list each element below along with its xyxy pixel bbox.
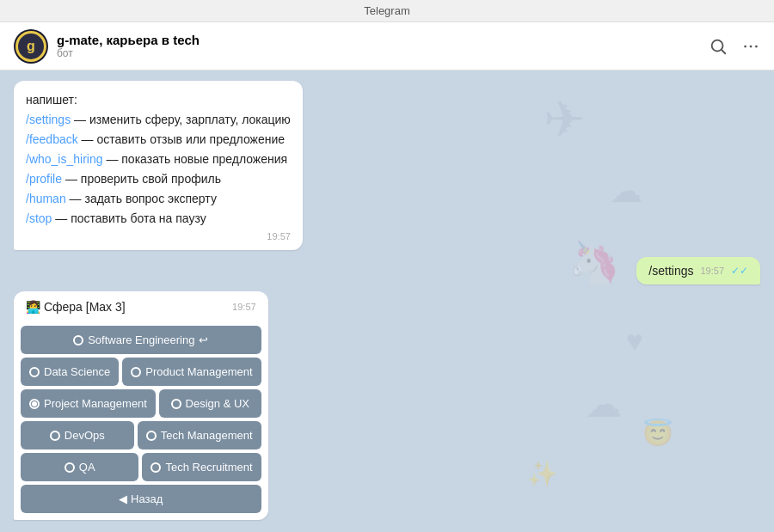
project-management-radio (29, 399, 40, 409)
svg-line-1 (722, 50, 725, 53)
feedback-link[interactable]: /feedback (26, 132, 78, 146)
qa-radio (64, 462, 75, 473)
cmd-settings: /settings — изменить сферу, зарплату, ло… (26, 111, 291, 129)
bot-message-commands: напишет: /settings — изменить сферу, зар… (14, 81, 303, 250)
user-message-text: /settings (648, 264, 693, 278)
back-row: ◀ Назад (21, 485, 261, 513)
bot-subtitle: бот (57, 47, 709, 59)
qa-label: QA (79, 461, 95, 474)
product-management-button[interactable]: Product Management (122, 358, 261, 386)
cmd-stop: /stop — поставить бота на паузу (26, 210, 291, 228)
back-button[interactable]: ◀ Назад (21, 485, 261, 513)
user-message-settings: /settings 19:57 ✓✓ (636, 257, 760, 284)
row-project-design: Project Management Design & UX (21, 389, 261, 418)
devops-button[interactable]: DevOps (21, 421, 134, 449)
bot-info: g-mate, карьера в tech бот (57, 33, 709, 59)
stop-link[interactable]: /stop (26, 211, 52, 225)
data-science-radio (29, 367, 40, 377)
bot-message-timestamp: 19:57 (26, 231, 291, 242)
devops-label: DevOps (64, 429, 105, 442)
app-title: Telegram (364, 4, 409, 17)
software-engineering-label: Software Engineering (88, 333, 194, 346)
svg-point-4 (755, 45, 758, 47)
cmd-feedback: /feedback — оставить отзыв или предложен… (26, 131, 291, 149)
row-data-product: Data Science Product Management (21, 358, 261, 386)
design-ux-button[interactable]: Design & UX (159, 389, 261, 418)
design-ux-label: Design & UX (186, 397, 249, 410)
user-message-timestamp: 19:57 (700, 266, 724, 276)
row-qa-recruitment: QA Tech Recruitment (21, 453, 261, 481)
cmd-who-is-hiring: /who_is_hiring — показать новые предложе… (26, 150, 291, 168)
data-science-label: Data Science (44, 365, 110, 378)
software-engineering-radio (73, 335, 83, 345)
arrow-icon: ↩ (199, 333, 208, 346)
sphere-header-title: 👩‍💻 Сфера [Max 3] (26, 300, 126, 314)
project-management-button[interactable]: Project Management (21, 389, 156, 418)
sphere-buttons-grid: Software Engineering ↩ Data Science Prod… (14, 322, 268, 520)
svg-point-0 (712, 40, 723, 51)
devops-radio (50, 431, 60, 441)
tech-recruitment-button[interactable]: Tech Recruitment (142, 453, 261, 481)
sphere-card-timestamp: 19:57 (232, 302, 256, 312)
read-icon: ✓✓ (731, 265, 748, 277)
chat-header: g g-mate, карьера в tech бот (0, 22, 774, 70)
sphere-card-header: 👩‍💻 Сфера [Max 3] 19:57 (14, 291, 268, 322)
more-icon[interactable] (741, 37, 760, 56)
product-management-radio (131, 367, 141, 377)
tech-management-label: Tech Management (161, 429, 253, 442)
project-management-label: Project Management (44, 397, 147, 410)
header-actions (709, 37, 760, 56)
bot-name: g-mate, карьера в tech (57, 33, 709, 47)
human-link[interactable]: /human (26, 192, 66, 205)
search-icon[interactable] (709, 37, 728, 56)
design-ux-radio (171, 399, 181, 409)
who-is-hiring-link[interactable]: /who_is_hiring (26, 152, 103, 166)
chat-area: ✈ ☁ 🦄 ♥ ☁ ✨ 😇 напишет: /settings — измен… (0, 70, 774, 532)
cmd-profile: /profile — проверить свой профиль (26, 170, 291, 188)
tech-recruitment-label: Tech Recruitment (165, 461, 252, 474)
cmd-human: /human — задать вопрос эксперту (26, 190, 291, 208)
svg-point-3 (750, 45, 752, 47)
sphere-selection-card: 👩‍💻 Сфера [Max 3] 19:57 Software Enginee… (14, 291, 268, 520)
bot-message-content: напишет: /settings — изменить сферу, зар… (26, 91, 291, 228)
tech-management-button[interactable]: Tech Management (138, 421, 261, 449)
avatar: g (14, 29, 48, 64)
intro-text: напишет: (26, 91, 291, 109)
tech-management-radio (146, 431, 157, 441)
software-engineering-button[interactable]: Software Engineering ↩ (21, 326, 261, 354)
messages-list: напишет: /settings — изменить сферу, зар… (0, 70, 774, 532)
row-devops-tech: DevOps Tech Management (21, 421, 261, 449)
svg-point-2 (744, 45, 746, 47)
product-management-label: Product Management (145, 365, 252, 378)
settings-link[interactable]: /settings (26, 113, 71, 126)
software-engineering-row: Software Engineering ↩ (21, 326, 261, 354)
qa-button[interactable]: QA (21, 453, 138, 481)
data-science-button[interactable]: Data Science (21, 358, 119, 386)
tech-recruitment-radio (150, 462, 161, 473)
top-bar: Telegram (0, 0, 774, 22)
profile-link[interactable]: /profile (26, 172, 62, 186)
